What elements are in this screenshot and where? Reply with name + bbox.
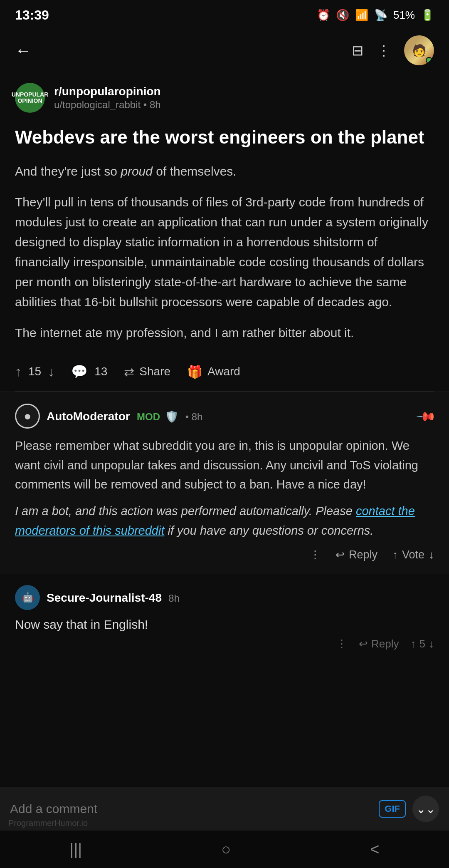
journalist-comment-actions: ⋮ ↩ Reply ↑ 5 ↓ [15,637,434,650]
comment-more-button[interactable]: ⋮ [310,548,321,561]
comment-bot-prefix: I am a bot, and this action was performe… [15,504,356,518]
mod-shield-icon: 🛡️ [165,410,178,423]
journalist-upvote-icon: ↑ [411,637,416,650]
comment-icon[interactable]: 💬 [71,364,88,379]
comment-automoderator: ● AutoModerator MOD 🛡️ • 8h 📌 Please rem… [0,392,449,573]
comment-user-info-auto: ● AutoModerator MOD 🛡️ • 8h [15,404,202,429]
status-icons: ⏰ 🔇 📶 📡 51% 🔋 [317,9,434,22]
award-label: Award [207,365,240,378]
signal-icon: 📡 [374,9,387,22]
post-container: UNPOPULAROPINION r/unpopularopinion u/to… [0,73,449,392]
post-meta: u/topological_rabbit • 8h [54,99,161,111]
downvote-icon[interactable]: ↓ [48,364,54,379]
post-author[interactable]: u/topological_rabbit [54,99,141,110]
comment-count: 13 [94,365,107,378]
comment-time-auto: • 8h [185,411,203,422]
comment-bot-suffix: if you have any questions or concerns. [164,524,373,537]
recents-button[interactable]: ||| [70,841,82,858]
journalist-time: 8h [168,593,180,604]
battery-icon: 🔋 [421,9,434,22]
reply-icon: ↩ [336,548,345,561]
top-nav: ← ⊟ ⋮ 🧑 [0,28,449,73]
post-separator: • [143,99,150,110]
nav-right: ⊟ ⋮ 🧑 [352,35,434,65]
post-body-1: And they're just so proud of themselves. [15,161,434,181]
comment-header-auto: ● AutoModerator MOD 🛡️ • 8h 📌 [15,404,434,429]
upvote-icon[interactable]: ↑ [15,364,22,379]
journalist-reply-button[interactable]: ↩ Reply [359,637,399,650]
comment-group[interactable]: 💬 13 [71,364,107,379]
share-label: Share [139,365,170,378]
home-button[interactable]: ○ [221,841,231,858]
comment-meta-auto: AutoModerator MOD 🛡️ • 8h [47,409,202,423]
comment-journalist: 🤖 Secure-Journalist-48 8h Now say that i… [0,573,449,659]
pin-icon: 📌 [416,406,437,427]
battery-indicator: 51% [393,9,415,22]
gif-button[interactable]: GIF [379,800,406,818]
post-time: 8h [150,99,161,110]
journalist-downvote-icon: ↓ [429,637,434,650]
journalist-reply-label: Reply [371,637,399,650]
journalist-username[interactable]: Secure-Journalist-48 [47,591,162,604]
journalist-vote-button[interactable]: ↑ 5 ↓ [411,637,434,650]
subreddit-icon[interactable]: UNPOPULAROPINION [15,83,45,113]
post-body-2: They'll pull in tens of thousands of fil… [15,192,434,312]
user-avatar[interactable]: 🧑 [404,35,434,65]
reply-label: Reply [349,548,377,561]
journalist-more-button[interactable]: ⋮ [336,637,347,650]
post-body-3: The internet ate my profession, and I am… [15,323,434,343]
comment-header-journalist: 🤖 Secure-Journalist-48 8h [15,585,434,610]
more-menu-icon[interactable]: ⋮ [377,42,391,59]
journalist-avatar-icon: 🤖 [22,592,33,603]
vote-label: Vote [402,548,424,561]
upvote-group[interactable]: ↑ 15 ↓ [15,364,54,379]
vote-up-icon: ↑ [392,548,398,561]
comment-body-auto-2: I am a bot, and this action was performe… [15,501,434,540]
status-bar: 13:39 ⏰ 🔇 📶 📡 51% 🔋 [0,0,449,28]
subreddit-header: UNPOPULAROPINION r/unpopularopinion u/to… [15,83,434,113]
expand-icon: ⌄⌄ [416,802,435,816]
watermark: ProgrammerHumor.io [8,818,88,828]
comment-more-icon: ⋮ [310,548,321,561]
comment-input[interactable] [10,802,372,816]
share-icon: ⇄ [124,365,134,379]
post-body: And they're just so proud of themselves.… [15,161,434,343]
journalist-avatar: 🤖 [15,585,40,610]
bottom-nav: ||| ○ < [0,831,449,868]
post-title: Webdevs are the worst engineers on the p… [15,125,434,149]
comment-body-auto: Please remember what subreddit you are i… [15,436,434,540]
back-button[interactable]: ← [15,41,32,60]
mute-icon: 🔇 [336,9,349,22]
vote-button[interactable]: ↑ Vote ↓ [392,548,434,561]
comment-user-info-journalist: 🤖 Secure-Journalist-48 8h [15,585,180,610]
alarm-icon: ⏰ [317,9,330,22]
status-time: 13:39 [15,7,49,23]
subreddit-icon-text: UNPOPULAROPINION [12,92,49,104]
journalist-more-icon: ⋮ [336,637,347,650]
back-nav-button[interactable]: < [370,841,379,858]
automoderator-avatar-icon: ● [24,409,31,423]
journalist-reply-icon: ↩ [359,637,368,650]
online-indicator [426,57,432,64]
automoderator-username[interactable]: AutoModerator [47,410,130,423]
comment-body-auto-1: Please remember what subreddit you are i… [15,436,434,494]
automoderator-avatar: ● [15,404,40,429]
comment-meta-journalist: Secure-Journalist-48 8h [47,590,180,605]
post-actions: ↑ 15 ↓ 💬 13 ⇄ Share 🎁 Award [15,354,434,392]
filter-icon[interactable]: ⊟ [352,42,363,59]
journalist-vote-count: 5 [419,637,425,650]
award-icon: 🎁 [187,365,202,379]
expand-comments-button[interactable]: ⌄⌄ [412,796,439,822]
award-button[interactable]: 🎁 Award [187,365,240,379]
wifi-icon: 📶 [355,9,368,22]
journalist-comment-body: Now say that in English! [15,618,434,632]
comment-actions-auto: ⋮ ↩ Reply ↑ Vote ↓ [15,548,434,561]
subreddit-name[interactable]: r/unpopularopinion [54,85,161,98]
nav-left: ← [15,41,32,60]
share-button[interactable]: ⇄ Share [124,365,170,379]
upvote-count: 15 [28,365,41,378]
reply-button[interactable]: ↩ Reply [336,548,377,561]
mod-badge: MOD [137,411,160,423]
vote-down-icon: ↓ [429,548,434,561]
subreddit-info: r/unpopularopinion u/topological_rabbit … [54,85,161,111]
